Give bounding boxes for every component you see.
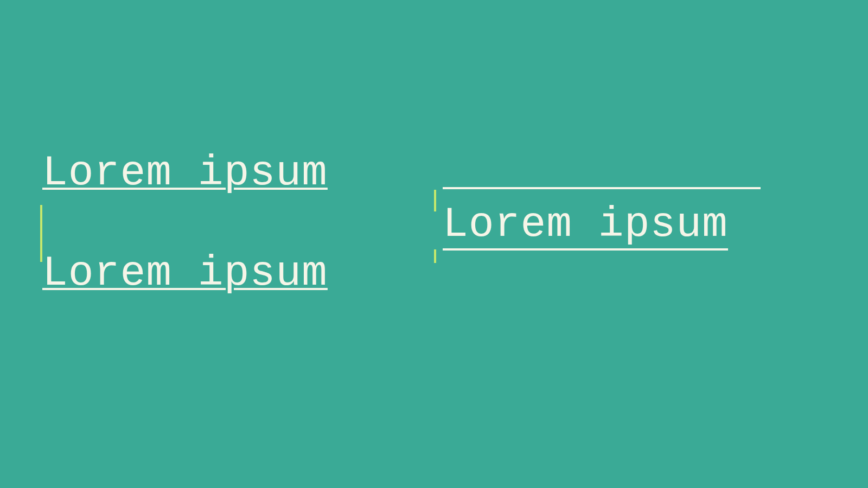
vertical-tick-bottom-right [434, 249, 436, 263]
text-block-bottom-left: Lorem ipsum [42, 249, 328, 297]
top-line-right [443, 187, 761, 189]
vertical-tick-top-right [434, 190, 436, 211]
text-block-right: Lorem ipsum [443, 201, 728, 251]
text-block-top-left: Lorem ipsum [42, 149, 328, 197]
